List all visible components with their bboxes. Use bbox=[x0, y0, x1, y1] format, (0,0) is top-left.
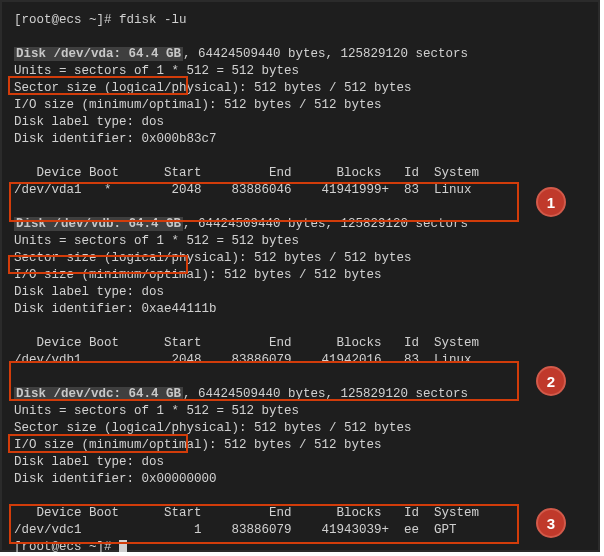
disk-sector-3: Sector size (logical/physical): 512 byte… bbox=[14, 421, 412, 435]
prompt: [root@ecs ~]# bbox=[14, 13, 112, 27]
disk-ident-2: Disk identifier: 0xae44111b bbox=[14, 302, 217, 316]
callout-badge-1: 1 bbox=[536, 187, 566, 217]
prompt-line: [root@ecs ~]# fdisk -lu bbox=[14, 13, 187, 27]
disk-label-3: Disk label type: dos bbox=[14, 455, 164, 469]
disk-label-1: Disk label type: dos bbox=[14, 115, 164, 129]
callout-badge-2: 2 bbox=[536, 366, 566, 396]
highlight-box-disk-2 bbox=[8, 255, 188, 274]
highlight-box-partition-2 bbox=[9, 361, 519, 401]
terminal-frame: [root@ecs ~]# fdisk -lu Disk /dev/vda: 6… bbox=[0, 0, 600, 552]
disk-header-rest-1: , 64424509440 bytes, 125829120 sectors bbox=[183, 47, 468, 61]
disk-ident-1: Disk identifier: 0x000b83c7 bbox=[14, 132, 217, 146]
partition-table-header-1: Device Boot Start End Blocks Id System bbox=[14, 166, 479, 180]
disk-units-2: Units = sectors of 1 * 512 = 512 bytes bbox=[14, 234, 299, 248]
partition-table-header-2: Device Boot Start End Blocks Id System bbox=[14, 336, 479, 350]
highlight-box-disk-1 bbox=[8, 76, 188, 95]
disk-label-2: Disk label type: dos bbox=[14, 285, 164, 299]
disk-io-1: I/O size (minimum/optimal): 512 bytes / … bbox=[14, 98, 382, 112]
disk-header-hl-1: Disk /dev/vda: 64.4 GB bbox=[14, 47, 183, 61]
callout-badge-3: 3 bbox=[536, 508, 566, 538]
disk-header-1: Disk /dev/vda: 64.4 GB bbox=[14, 47, 183, 61]
disk-ident-3: Disk identifier: 0x00000000 bbox=[14, 472, 217, 486]
disk-units-3: Units = sectors of 1 * 512 = 512 bytes bbox=[14, 404, 299, 418]
highlight-box-partition-1 bbox=[9, 182, 519, 222]
highlight-box-partition-3 bbox=[9, 504, 519, 544]
command: fdisk -lu bbox=[119, 13, 187, 27]
terminal-window[interactable]: [root@ecs ~]# fdisk -lu Disk /dev/vda: 6… bbox=[2, 2, 598, 550]
highlight-box-disk-3 bbox=[8, 434, 188, 453]
